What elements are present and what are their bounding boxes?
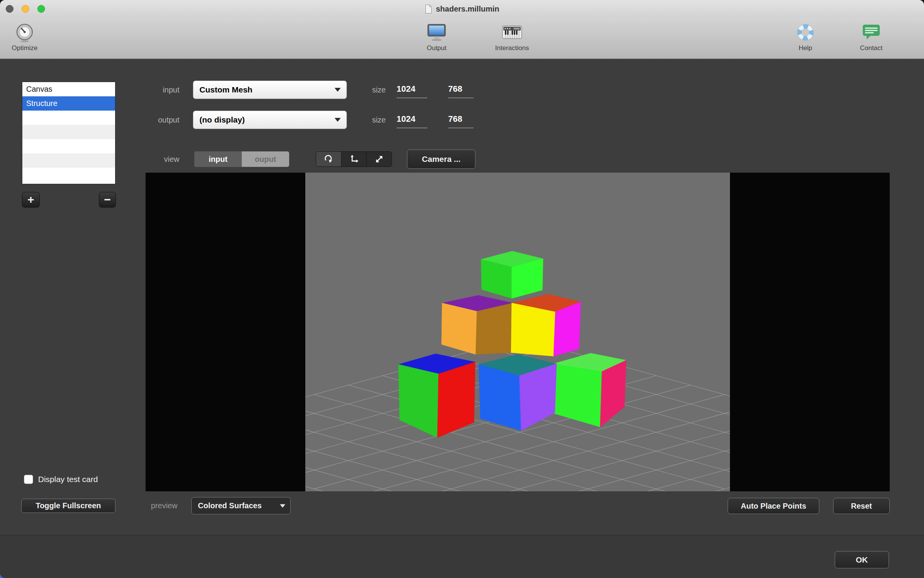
ok-button[interactable]: OK bbox=[835, 551, 889, 568]
scale-tool-button[interactable] bbox=[367, 152, 392, 166]
layer-item-structure[interactable]: Structure bbox=[22, 96, 115, 111]
preview-dropdown-value: Colored Surfaces bbox=[198, 501, 262, 510]
input-label: input bbox=[135, 81, 179, 99]
input-dropdown[interactable]: Custom Mesh bbox=[193, 81, 347, 99]
viewport[interactable] bbox=[146, 173, 890, 491]
transform-tools bbox=[316, 151, 392, 167]
scene-canvas bbox=[305, 173, 730, 491]
cube-bottom-left-right-face bbox=[437, 362, 475, 438]
cube-middle-left-right-face bbox=[476, 303, 513, 354]
toolbar-item-help[interactable]: Help bbox=[780, 21, 830, 52]
input-dropdown-value: Custom Mesh bbox=[199, 85, 253, 94]
remove-layer-button[interactable]: − bbox=[99, 192, 116, 207]
cube-group bbox=[398, 251, 626, 438]
chevron-down-icon bbox=[335, 118, 341, 122]
bottom-bar: OK bbox=[0, 535, 924, 578]
cube-bottom-right-left-face bbox=[552, 364, 602, 427]
cube-bottom-middle-left-face bbox=[479, 365, 521, 431]
toolbar-label: Optimize bbox=[12, 44, 37, 52]
toggle-fullscreen-button[interactable]: Toggle Fullscreen bbox=[21, 499, 116, 513]
toolbar-label: Contact bbox=[860, 44, 883, 52]
window-minimize-button[interactable] bbox=[22, 5, 29, 13]
traffic-lights bbox=[6, 5, 45, 13]
display-test-card-label: Display test card bbox=[38, 474, 98, 484]
titlebar: shaders.millumin bbox=[0, 0, 924, 18]
gauge-icon bbox=[15, 21, 34, 44]
millumin-window: shaders.millumin Optimize bbox=[0, 0, 924, 578]
chevron-down-icon bbox=[280, 504, 285, 507]
layer-item-empty[interactable] bbox=[22, 125, 115, 139]
scale-icon bbox=[374, 154, 384, 164]
add-layer-button[interactable]: + bbox=[22, 192, 40, 207]
cube-bottom-left-left-face bbox=[398, 365, 439, 438]
lifebuoy-icon bbox=[796, 21, 815, 44]
output-size-label: size bbox=[350, 111, 386, 129]
window-zoom-button[interactable] bbox=[37, 5, 45, 13]
layer-item-canvas[interactable]: Canvas bbox=[22, 82, 115, 96]
auto-place-points-button[interactable]: Auto Place Points bbox=[728, 498, 819, 514]
output-width-field[interactable]: 1024 bbox=[397, 111, 427, 128]
window-title: shaders.millumin bbox=[436, 5, 499, 13]
output-dropdown[interactable]: (no display) bbox=[193, 111, 347, 129]
layers-list[interactable]: CanvasStructure bbox=[22, 82, 116, 184]
main-content: CanvasStructure + − input Custom Mesh si… bbox=[0, 59, 924, 578]
view-segment-ouput[interactable]: ouput bbox=[242, 151, 289, 167]
layer-item-empty[interactable] bbox=[22, 153, 115, 168]
output-label: output bbox=[135, 111, 179, 129]
toolbar-label: Help bbox=[799, 44, 812, 52]
toolbar-label: Interactions bbox=[495, 44, 529, 52]
input-height-field[interactable]: 768 bbox=[448, 81, 474, 98]
preview-dropdown[interactable]: Colored Surfaces bbox=[191, 497, 291, 514]
chat-bubble-icon bbox=[862, 21, 881, 44]
preview-label: preview bbox=[139, 497, 177, 514]
display-icon bbox=[426, 21, 447, 44]
rotate-tool-button[interactable] bbox=[316, 152, 341, 166]
toolbar-item-contact[interactable]: Contact bbox=[846, 21, 896, 52]
rotate-icon bbox=[323, 154, 333, 164]
view-segment-input[interactable]: input bbox=[194, 151, 242, 167]
input-size-label: size bbox=[350, 81, 386, 99]
window-title-group: shaders.millumin bbox=[425, 4, 499, 14]
output-height-field[interactable]: 768 bbox=[448, 111, 474, 128]
input-width-field[interactable]: 1024 bbox=[397, 81, 427, 98]
layer-item-empty[interactable] bbox=[22, 139, 115, 153]
view-label: view bbox=[135, 150, 179, 168]
document-icon bbox=[425, 4, 432, 14]
reset-button[interactable]: Reset bbox=[833, 498, 890, 514]
toolbar-label: Output bbox=[427, 44, 446, 52]
toolbar-item-interactions[interactable]: Interactions bbox=[487, 21, 537, 52]
toolbar: Optimize Output bbox=[0, 18, 924, 59]
move-icon bbox=[349, 154, 359, 164]
keyboard-icon bbox=[501, 21, 523, 44]
window-close-button[interactable] bbox=[6, 5, 13, 13]
chevron-down-icon bbox=[335, 88, 341, 92]
camera-button[interactable]: Camera ... bbox=[407, 150, 475, 169]
toolbar-item-output[interactable]: Output bbox=[412, 21, 462, 52]
display-test-card-checkbox[interactable] bbox=[24, 475, 33, 484]
cube-middle-right-left-face bbox=[511, 303, 556, 356]
layer-item-empty[interactable] bbox=[22, 111, 115, 125]
toolbar-item-optimize[interactable]: Optimize bbox=[0, 21, 50, 52]
view-segmented-control: inputouput bbox=[194, 151, 290, 167]
preview-stage bbox=[305, 173, 730, 491]
move-tool-button[interactable] bbox=[341, 152, 367, 166]
output-dropdown-value: (no display) bbox=[199, 115, 245, 124]
layer-item-empty[interactable] bbox=[22, 168, 115, 182]
cube-bottom-middle-right-face bbox=[519, 364, 557, 430]
cube-middle-left-left-face bbox=[442, 303, 477, 354]
